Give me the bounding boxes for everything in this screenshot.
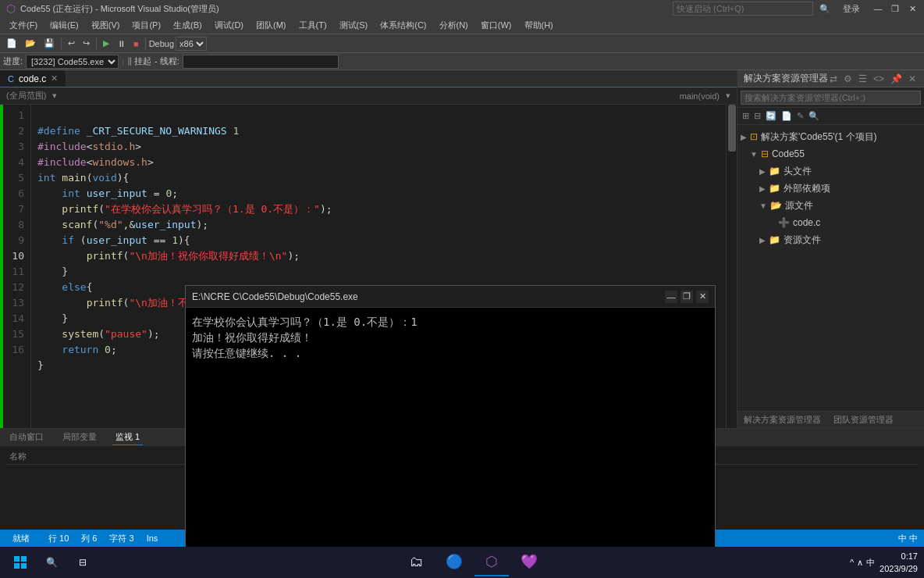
solution-explorer-bottom-tabs: 解决方案资源管理器 团队资源管理器 (737, 411, 924, 428)
search-icon: 🔍 (819, 4, 830, 14)
debug-bar: 进度: [3232] Code55.exe | ‖ 挂起 - 线程: (0, 53, 924, 70)
menu-debug[interactable]: 调试(D) (208, 17, 250, 34)
close-button[interactable]: ✕ (907, 3, 918, 14)
toolbar-pause[interactable]: ⏸ (114, 36, 129, 52)
taskbar-vs[interactable]: ⬡ (474, 548, 509, 576)
menu-view[interactable]: 视图(V) (85, 17, 126, 34)
title-bar-right: 🔍 登录 — ❐ ✕ (673, 2, 918, 16)
menu-edit[interactable]: 编辑(E) (44, 17, 85, 34)
menu-project[interactable]: 项目(P) (126, 17, 167, 34)
menu-file[interactable]: 文件(F) (3, 17, 44, 34)
console-buttons: — ❐ ✕ (665, 291, 709, 303)
tray-expand-icon[interactable]: ^ (850, 558, 854, 567)
login-button[interactable]: 登录 (837, 3, 866, 15)
tree-code-c[interactable]: ➕ code.c (737, 214, 924, 231)
vs-wrapper: ⬡ Code55 (正在运行) - Microsoft Visual Studi… (0, 0, 924, 578)
debug-process-select[interactable]: [3232] Code55.exe (26, 55, 119, 69)
toolbar-redo[interactable]: ↪ (80, 36, 93, 52)
tree-headers-arrow: ▶ (759, 167, 766, 176)
debug-thread-input[interactable] (183, 55, 339, 69)
solution-props-icon[interactable]: ⚙ (842, 73, 854, 84)
menu-window[interactable]: 窗口(W) (474, 17, 518, 34)
toolbar-save[interactable]: 💾 (41, 36, 58, 52)
task-view-button[interactable]: ⊟ (69, 548, 97, 576)
tree-project[interactable]: ▼ ⊟ Code55 (737, 145, 924, 162)
toolbar-new[interactable]: 📄 (3, 36, 20, 52)
menu-analyze[interactable]: 分析(N) (433, 17, 474, 34)
toolbar-sep3 (145, 37, 146, 50)
tree-solution[interactable]: ▶ ⊡ 解决方案'Code55'(1 个项目) (737, 128, 924, 145)
tree-project-arrow: ▼ (750, 150, 758, 159)
toolbar-stop[interactable]: ■ (130, 36, 142, 52)
toolbar-open[interactable]: 📂 (22, 36, 39, 52)
tree-headers-icon: 📁 (769, 166, 780, 177)
tree-sources[interactable]: ▼ 📂 源文件 (737, 197, 924, 214)
solution-pin-icon[interactable]: 📌 (889, 73, 904, 84)
tree-external[interactable]: ▶ 📁 外部依赖项 (737, 180, 924, 197)
solution-toolbar: ⊞ ⊟ 🔄 📄 ✎ 🔍 (737, 108, 924, 125)
console-minimize-button[interactable]: — (665, 291, 677, 303)
line-num-1: 1 (3, 108, 30, 123)
team-explorer-tab[interactable]: 团队资源管理器 (830, 412, 897, 427)
line-num-5: 5 (3, 170, 30, 186)
menu-team[interactable]: 团队(M) (250, 17, 293, 34)
tab-locals[interactable]: 局部变量 (59, 430, 100, 444)
taskbar-clock[interactable]: 0:17 2023/9/29 (880, 550, 918, 575)
svg-rect-3 (21, 563, 27, 569)
solution-explorer-tab[interactable]: 解决方案资源管理器 (741, 412, 824, 427)
solution-sync-icon[interactable]: ⇄ (828, 73, 839, 84)
quick-launch-input[interactable] (673, 2, 813, 16)
scope-selector[interactable]: (全局范围) (6, 90, 46, 102)
taskbar-vs-alt[interactable]: 💜 (512, 548, 546, 576)
tree-headers[interactable]: ▶ 📁 头文件 (737, 162, 924, 180)
solution-explorer-title: 解决方案资源管理器 (744, 72, 828, 85)
solution-code-icon[interactable]: <> (872, 73, 886, 84)
menu-arch[interactable]: 体系结构(C) (374, 17, 432, 34)
console-window: E:\NCRE C\Code55\Debug\Code55.exe — ❐ ✕ … (185, 285, 716, 551)
solution-close-icon[interactable]: ✕ (907, 73, 918, 84)
tab-close-icon[interactable]: ✕ (51, 73, 58, 84)
tree-solution-arrow: ▶ (741, 133, 747, 141)
menu-test[interactable]: 测试(S) (333, 17, 375, 34)
toolbar-undo[interactable]: ↩ (65, 36, 78, 52)
toolbar-sep2 (96, 37, 97, 50)
console-close-button[interactable]: ✕ (696, 291, 709, 303)
tray-lang-icon[interactable]: 中 (866, 557, 875, 569)
scrollbar-area[interactable] (726, 105, 737, 428)
solution-toolbar-btn3[interactable]: 🔄 (764, 111, 778, 121)
solution-search-input[interactable] (741, 91, 921, 105)
tab-auto-window[interactable]: 自动窗口 (6, 430, 47, 444)
vs-logo-icon: ⬡ (6, 2, 16, 15)
solution-toolbar-btn2[interactable]: ⊟ (752, 111, 762, 121)
tree-resources-arrow: ▶ (759, 236, 766, 244)
solution-all-icon[interactable]: ☰ (857, 73, 869, 84)
tree-resources[interactable]: ▶ 📁 资源文件 (737, 231, 924, 248)
toolbar-debug-label: Debug (149, 39, 174, 48)
tray-network-icon[interactable]: ∧ (857, 558, 863, 568)
line-num-12: 12 (3, 280, 30, 295)
line-num-4: 4 (3, 155, 30, 170)
function-selector[interactable]: main(void) (680, 91, 720, 101)
minimize-button[interactable]: — (872, 3, 883, 14)
menu-build[interactable]: 生成(B) (167, 17, 208, 34)
toolbar-platform-select[interactable]: x86 (176, 37, 207, 51)
search-button[interactable]: 🔍 (37, 548, 66, 576)
menu-help[interactable]: 帮助(H) (518, 17, 560, 34)
scrollbar-thumb[interactable] (728, 105, 736, 152)
taskbar-explorer[interactable]: 🗂 (400, 548, 434, 576)
tree-external-icon: 📁 (769, 183, 780, 194)
taskbar-chrome[interactable]: 🔵 (437, 548, 471, 576)
status-ins: Ins (147, 533, 158, 543)
restore-button[interactable]: ❐ (890, 3, 901, 14)
tab-bar: C code.c ✕ (0, 70, 737, 87)
start-button[interactable] (6, 548, 34, 576)
solution-toolbar-btn5[interactable]: ✎ (795, 111, 805, 121)
solution-toolbar-btn4[interactable]: 📄 (780, 111, 794, 121)
tab-watch1[interactable]: 监视 1 (112, 430, 143, 445)
solution-toolbar-btn6[interactable]: 🔍 (807, 111, 821, 121)
solution-toolbar-btn1[interactable]: ⊞ (741, 111, 751, 121)
console-restore-button[interactable]: ❐ (681, 291, 693, 303)
tab-code-c[interactable]: C code.c ✕ (0, 70, 66, 87)
menu-tools[interactable]: 工具(T) (293, 17, 333, 34)
toolbar-run[interactable]: ▶ (100, 36, 112, 52)
